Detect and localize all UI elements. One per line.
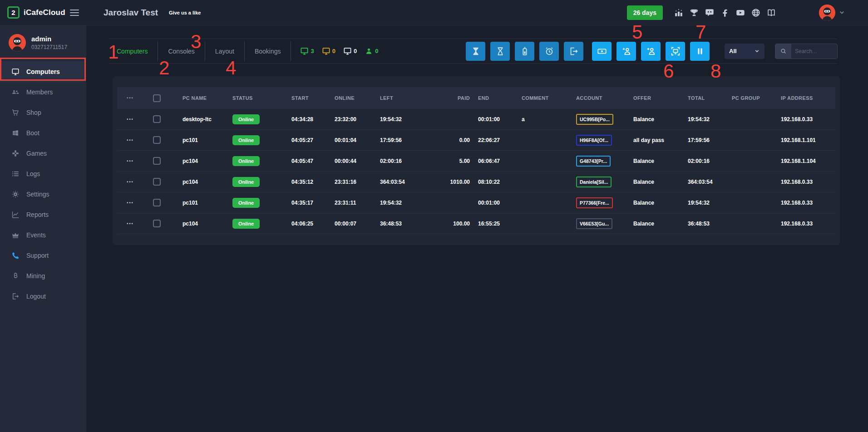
pc-name-cell: pc101 xyxy=(170,137,232,143)
row-checkbox[interactable] xyxy=(153,220,161,227)
sidebar-item-mining[interactable]: Mining xyxy=(0,265,86,286)
paid-cell: 0.00 xyxy=(425,137,471,143)
counter-pcs-offline: 0 xyxy=(343,47,357,55)
row-checkbox[interactable] xyxy=(153,157,161,165)
row-menu-dots[interactable]: ••• xyxy=(117,159,143,163)
tab-layout[interactable]: Layout xyxy=(205,48,244,55)
user-menu[interactable] xyxy=(819,5,845,21)
select-all-checkbox[interactable] xyxy=(153,94,161,102)
account-cell: V66E53[Gu... xyxy=(576,218,633,229)
account-cell: Daniela[Sil... xyxy=(576,177,633,187)
crown-icon xyxy=(11,231,20,239)
status-cell: Online xyxy=(232,156,291,166)
sidebar-item-boot[interactable]: Boot xyxy=(0,123,86,143)
status-cell: Online xyxy=(232,114,291,124)
tab-computers[interactable]: Computers xyxy=(108,48,158,55)
hourglass-button[interactable] xyxy=(490,42,510,61)
account-chip[interactable]: P77366[Fre... xyxy=(576,197,613,208)
row-checkbox[interactable] xyxy=(153,199,161,206)
table-row[interactable]: ••• pc104 Online 04:35:12 23:31:16 364:0… xyxy=(117,172,835,192)
sidebar-item-shop[interactable]: Shop xyxy=(0,102,86,123)
sidebar-header: 2 iCafeCloud xyxy=(0,0,86,25)
col-status: STATUS xyxy=(232,95,291,101)
header-menu-dots[interactable]: ••• xyxy=(117,96,143,100)
row-menu-dots[interactable]: ••• xyxy=(117,221,143,226)
ranking-icon[interactable] xyxy=(674,8,684,18)
sidebar-item-games[interactable]: Games xyxy=(0,143,86,163)
discord-icon[interactable] xyxy=(705,8,715,18)
ip-cell: 192.168.1.101 xyxy=(781,137,835,143)
sidebar-item-support[interactable]: Support xyxy=(0,245,86,265)
col-pc-group: PC GROUP xyxy=(732,95,781,101)
start-cell: 04:05:47 xyxy=(291,158,335,164)
search-icon xyxy=(775,44,791,59)
give-us-a-like-link[interactable]: Give us a like xyxy=(169,10,201,15)
youtube-icon[interactable] xyxy=(735,8,745,18)
menu-toggle-icon[interactable] xyxy=(70,8,79,18)
row-menu-dots[interactable]: ••• xyxy=(117,180,143,184)
hourglass-icon xyxy=(495,46,505,56)
trial-days-button[interactable]: 26 days xyxy=(627,5,663,20)
sidebar-item-logs[interactable]: Logs xyxy=(0,163,86,184)
users-icon xyxy=(11,88,20,96)
col-comment: COMMENT xyxy=(522,95,576,101)
row-checkbox[interactable] xyxy=(153,136,161,144)
table-row[interactable]: ••• desktop-ltc Online 04:34:28 23:32:00… xyxy=(117,109,835,130)
account-chip[interactable]: V66E53[Gu... xyxy=(576,218,612,229)
status-badge: Online xyxy=(232,177,260,187)
globe-icon[interactable] xyxy=(751,8,761,18)
logout-icon xyxy=(11,292,20,300)
counter-pcs-busy: 0 xyxy=(322,47,335,55)
hourglass-filled-button[interactable] xyxy=(466,42,485,61)
sign-out-button[interactable] xyxy=(564,42,583,61)
screen-view-button[interactable] xyxy=(666,42,685,61)
table-row[interactable]: ••• pc101 Online 04:05:27 00:01:04 17:59… xyxy=(117,130,835,151)
sidebar-item-settings[interactable]: Settings xyxy=(0,184,86,204)
monitor-icon xyxy=(322,47,330,55)
toolbar: Computers Consoles Layout Bookings 3 0 0… xyxy=(108,39,838,64)
alarm-button[interactable] xyxy=(539,42,559,61)
add-member-button[interactable] xyxy=(641,42,661,61)
table-row[interactable]: ••• pc104 Online 04:06:25 00:00:07 36:48… xyxy=(117,213,835,234)
add-guest-button[interactable] xyxy=(616,42,636,61)
account-chip[interactable]: UC995B[Po... xyxy=(576,114,613,125)
toolbar-actions: All xyxy=(466,42,838,61)
row-menu-dots[interactable]: ••• xyxy=(117,201,143,205)
pc-name-cell: pc104 xyxy=(170,179,232,185)
status-cell: Online xyxy=(232,177,291,187)
row-checkbox[interactable] xyxy=(153,115,161,123)
admin-profile[interactable]: admin 032712711517 xyxy=(0,25,86,51)
cash-payment-button[interactable] xyxy=(592,42,612,61)
sidebar-item-members[interactable]: Members xyxy=(0,82,86,102)
user-plus-icon xyxy=(646,46,656,56)
trophy-icon[interactable] xyxy=(689,8,699,18)
facebook-icon[interactable] xyxy=(720,8,730,18)
row-checkbox[interactable] xyxy=(153,178,161,186)
sidebar-item-computers[interactable]: Computers xyxy=(0,61,86,82)
tab-bookings[interactable]: Bookings xyxy=(245,48,291,55)
row-menu-dots[interactable]: ••• xyxy=(117,117,143,122)
list-icon xyxy=(11,170,20,178)
battery-button[interactable] xyxy=(515,42,534,61)
pause-button[interactable] xyxy=(690,42,710,61)
paid-cell: 5.00 xyxy=(425,158,471,164)
account-chip[interactable]: H96F8A[Of... xyxy=(576,135,612,146)
tab-consoles[interactable]: Consoles xyxy=(158,48,204,55)
table-row[interactable]: ••• pc104 Online 04:05:47 00:00:44 02:00… xyxy=(117,151,835,172)
book-icon[interactable] xyxy=(766,8,776,18)
pc-name-cell: pc104 xyxy=(170,221,232,227)
sidebar-item-events[interactable]: Events xyxy=(0,225,86,245)
sidebar-item-logout[interactable]: Logout xyxy=(0,286,86,306)
left-cell: 364:03:54 xyxy=(380,179,425,185)
account-chip[interactable]: Daniela[Sil... xyxy=(576,177,612,187)
admin-avatar xyxy=(9,34,26,51)
pc-filter-select[interactable]: All xyxy=(725,44,764,59)
sidebar-item-reports[interactable]: Reports xyxy=(0,204,86,225)
account-chip[interactable]: G48743[Pr... xyxy=(576,156,611,167)
account-cell: P77366[Fre... xyxy=(576,197,633,208)
row-menu-dots[interactable]: ••• xyxy=(117,138,143,142)
search-input[interactable] xyxy=(791,44,837,59)
app-logo-text: iCafeCloud xyxy=(24,8,65,17)
table-row[interactable]: ••• pc101 Online 04:35:17 23:31:11 19:54… xyxy=(117,192,835,213)
ip-cell: 192.168.0.33 xyxy=(781,116,835,123)
